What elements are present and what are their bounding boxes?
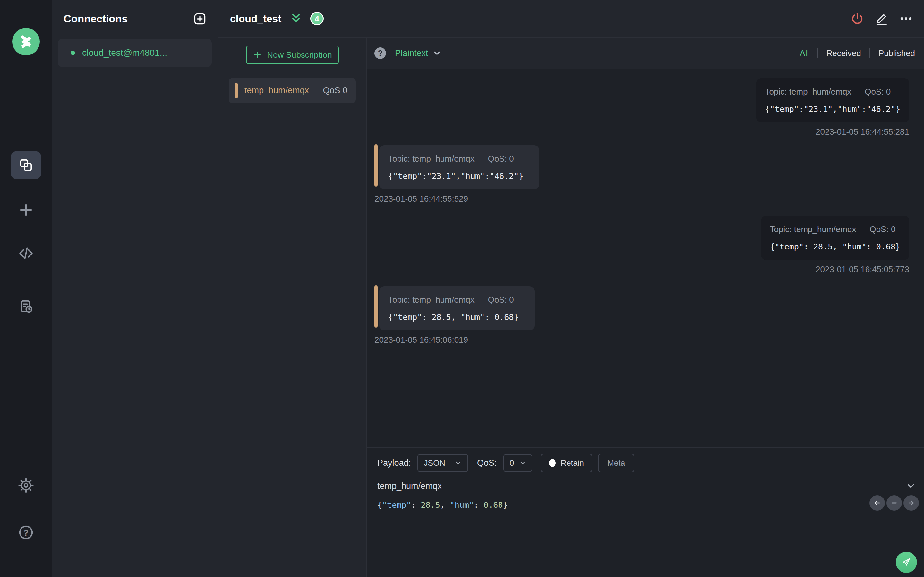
connection-title: cloud_test <box>230 13 281 25</box>
arrow-left-icon <box>873 499 881 507</box>
topic-input[interactable]: temp_hum/emqx <box>377 481 442 491</box>
qos-dropdown[interactable]: 0 <box>503 454 532 472</box>
payload-format-selected: JSON <box>424 458 445 468</box>
message-payload: {"temp": 28.5, "hum": 0.68} <box>770 242 900 251</box>
payload-format-selector[interactable]: Plaintext <box>395 48 441 58</box>
retain-toggle[interactable]: Retain <box>541 454 592 472</box>
editor-token: } <box>503 500 507 510</box>
message-topic: Topic: temp_hum/emqx <box>770 224 856 234</box>
log-icon <box>19 299 33 314</box>
connection-name: cloud_test@m4801... <box>82 48 167 58</box>
message-timestamp: 2023-01-05 16:45:05:773 <box>816 264 909 274</box>
message-timestamp: 2023-01-05 16:45:06:019 <box>375 335 468 345</box>
message-bubble[interactable]: Topic: temp_hum/emqx QoS: 0 {"temp":"23.… <box>756 78 909 122</box>
message-payload: {"temp": 28.5, "hum": 0.68} <box>388 313 519 322</box>
message-filters: All Received Published <box>791 48 916 58</box>
chevron-down-icon <box>455 459 462 466</box>
payload-editor[interactable]: {"temp": 28.5, "hum": 0.68} <box>377 500 924 510</box>
clear-message-button[interactable] <box>887 495 902 511</box>
minus-icon <box>890 499 898 507</box>
message-timestamp: 2023-01-05 16:44:55:529 <box>375 194 468 203</box>
chevron-down-icon <box>433 49 441 57</box>
filter-all[interactable]: All <box>791 48 817 58</box>
nav-help[interactable]: ? <box>18 524 34 540</box>
mqttx-app: ? Connections cloud_test@m4801... cloud_… <box>0 0 924 577</box>
edit-connection-button[interactable] <box>875 12 888 25</box>
nav-settings[interactable] <box>18 478 34 493</box>
message-nav-buttons <box>869 495 919 511</box>
message-qos: QoS: 0 <box>869 224 895 234</box>
editor-token: 28.5 <box>421 500 440 510</box>
subscription-item[interactable]: temp_hum/emqx QoS 0 <box>229 78 356 103</box>
gear-icon <box>18 478 34 493</box>
editor-token: , <box>440 500 450 510</box>
new-subscription-button[interactable]: New Subscription <box>246 45 339 64</box>
connection-list-item[interactable]: cloud_test@m4801... <box>58 39 212 67</box>
editor-token: : <box>411 500 421 510</box>
subscription-color-bar <box>235 83 238 98</box>
message-qos: QoS: 0 <box>865 87 891 97</box>
nav-log[interactable] <box>19 299 33 314</box>
payload-label: Payload: <box>377 458 411 468</box>
nav-new-connection[interactable] <box>18 202 34 218</box>
collapse-editor-chevron[interactable] <box>906 481 916 491</box>
retain-label: Retain <box>561 458 584 468</box>
filter-published[interactable]: Published <box>870 48 916 58</box>
more-options-button[interactable] <box>899 12 913 25</box>
message-color-bar <box>375 285 378 327</box>
nav-script[interactable] <box>18 245 34 261</box>
collapse-chevrons-icon[interactable] <box>290 12 302 25</box>
messages-toolbar: ? Plaintext All Received Published <box>367 38 924 69</box>
message-qos: QoS: 0 <box>488 153 514 164</box>
main-body: New Subscription temp_hum/emqx QoS 0 ? P… <box>218 38 924 577</box>
publish-toolbar: Payload: JSON QoS: 0 <box>377 448 924 475</box>
message-published: Topic: temp_hum/emqx QoS: 0 {"temp":"23.… <box>375 78 909 137</box>
connections-header: Connections <box>52 0 218 38</box>
editor-token: 0.68 <box>483 500 503 510</box>
publish-panel: Payload: JSON QoS: 0 <box>367 447 924 577</box>
plus-icon <box>18 202 34 218</box>
message-bubble[interactable]: Topic: temp_hum/emqx QoS: 0 {"temp":"23.… <box>379 145 540 189</box>
send-button[interactable] <box>896 552 917 573</box>
prev-message-button[interactable] <box>869 495 885 511</box>
connection-status-dot <box>71 51 75 55</box>
editor-token: { <box>377 500 382 510</box>
publish-topic-row: temp_hum/emqx <box>377 475 924 496</box>
message-list[interactable]: Topic: temp_hum/emqx QoS: 0 {"temp":"23.… <box>367 69 924 447</box>
meta-button[interactable]: Meta <box>598 454 635 472</box>
unread-count-badge[interactable]: 4 <box>310 12 324 25</box>
next-message-button[interactable] <box>903 495 919 511</box>
code-icon <box>18 245 34 261</box>
plus-icon <box>252 50 262 60</box>
message-topic: Topic: temp_hum/emqx <box>765 87 851 97</box>
message-received: Topic: temp_hum/emqx QoS: 0 {"temp": 28.… <box>375 286 909 345</box>
payload-format-dropdown[interactable]: JSON <box>417 454 468 472</box>
connections-title: Connections <box>63 13 128 25</box>
message-bubble[interactable]: Topic: temp_hum/emqx QoS: 0 {"temp": 28.… <box>379 286 535 330</box>
filter-received[interactable]: Received <box>818 48 869 58</box>
message-bubble[interactable]: Topic: temp_hum/emqx QoS: 0 {"temp": 28.… <box>761 216 909 260</box>
payload-format-value: Plaintext <box>395 48 428 58</box>
messages-panel: ? Plaintext All Received Published <box>367 38 924 577</box>
qos-label: QoS: <box>477 458 497 468</box>
nav-connections[interactable] <box>11 151 41 179</box>
chevron-down-icon <box>519 460 526 466</box>
arrow-right-icon <box>907 499 915 507</box>
disconnect-button[interactable] <box>851 12 864 25</box>
payload-format-help-icon[interactable]: ? <box>375 47 386 59</box>
new-subscription-label: New Subscription <box>267 50 332 60</box>
activity-bar: ? <box>0 0 52 577</box>
message-published: Topic: temp_hum/emqx QoS: 0 {"temp": 28.… <box>375 216 909 274</box>
message-topic: Topic: temp_hum/emqx <box>388 153 475 164</box>
subscription-qos: QoS 0 <box>323 85 347 95</box>
add-connection-button[interactable] <box>193 12 207 26</box>
main-area: cloud_test 4 <box>218 0 924 577</box>
meta-label: Meta <box>607 458 625 468</box>
connection-header: cloud_test 4 <box>218 0 924 38</box>
editor-token: "hum" <box>450 500 474 510</box>
message-payload: {"temp":"23.1","hum":"46.2"} <box>388 171 523 181</box>
connections-panel: Connections cloud_test@m4801... <box>52 0 218 577</box>
message-qos: QoS: 0 <box>488 295 514 305</box>
message-topic: Topic: temp_hum/emqx <box>388 295 475 305</box>
connections-icon <box>19 158 33 172</box>
